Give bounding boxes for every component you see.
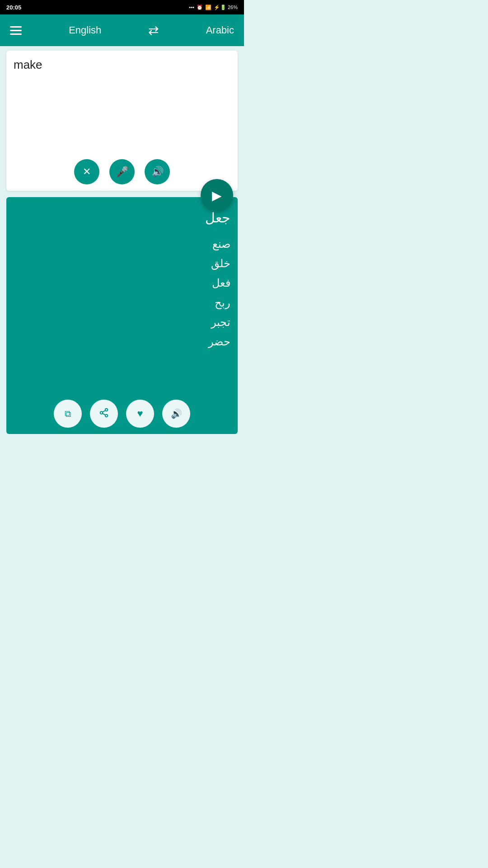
menu-line-3: [10, 33, 22, 35]
share-button[interactable]: [90, 400, 118, 428]
speaker-source-icon: 🔊: [151, 166, 164, 178]
source-language-label[interactable]: English: [69, 24, 101, 36]
svg-line-3: [103, 413, 105, 415]
status-bar: 20:05 ••• ⏰ 📶 ⚡🔋 26%: [0, 0, 244, 14]
swap-languages-button[interactable]: ⇄: [148, 23, 159, 38]
input-buttons-row: ✕ 🎤 🔊: [74, 159, 170, 184]
mic-button[interactable]: 🎤: [109, 159, 135, 184]
status-dots: •••: [189, 5, 194, 10]
alarm-icon: ⏰: [197, 5, 203, 10]
translation-word-6: حضر: [208, 335, 230, 348]
menu-button[interactable]: [10, 26, 22, 35]
clear-button[interactable]: ✕: [74, 159, 99, 184]
copy-icon: ⧉: [65, 409, 71, 419]
sim-icon: 📶: [205, 5, 211, 10]
output-area: جعل صنع خلق فعل ربح تجبر حضر ⧉: [6, 197, 238, 434]
clear-icon: ✕: [83, 166, 91, 178]
translation-word-3: فعل: [212, 277, 230, 289]
main-content: make ✕ 🎤 🔊 ▶ جعل صنع خلق فعل ربح: [0, 46, 244, 434]
translation-word-1: صنع: [212, 238, 230, 250]
translation-word-4: ربح: [215, 297, 230, 309]
battery-icon: ⚡🔋 26%: [214, 5, 238, 10]
copy-button[interactable]: ⧉: [54, 400, 82, 428]
status-time: 20:05: [6, 4, 21, 11]
translation-word-2: خلق: [211, 257, 230, 269]
share-icon: [99, 408, 109, 420]
output-buttons-row: ⧉ ♥ 🔊: [54, 400, 190, 428]
heart-icon: ♥: [137, 408, 143, 420]
source-text-input[interactable]: make: [14, 58, 230, 157]
speaker-translation-icon: 🔊: [171, 408, 182, 419]
speak-translation-button[interactable]: 🔊: [162, 400, 190, 428]
translate-arrow-icon: ▶: [212, 188, 222, 203]
target-language-label[interactable]: Arabic: [206, 24, 234, 36]
speak-source-button[interactable]: 🔊: [145, 159, 170, 184]
menu-line-2: [10, 30, 22, 31]
translated-text: جعل صنع خلق فعل ربح تجبر حضر: [14, 207, 230, 351]
menu-line-1: [10, 26, 22, 28]
translate-button[interactable]: ▶: [201, 179, 233, 212]
svg-line-4: [103, 410, 105, 412]
input-area: make ✕ 🎤 🔊: [6, 51, 238, 191]
translation-word-5: تجبر: [211, 316, 230, 328]
translation-line-2: صنع خلق فعل ربح تجبر حضر: [14, 234, 230, 351]
status-icons: ••• ⏰ 📶 ⚡🔋 26%: [189, 5, 238, 10]
swap-icon: ⇄: [148, 23, 159, 38]
top-bar: English ⇄ Arabic: [0, 14, 244, 46]
translation-line-1: جعل: [14, 207, 230, 229]
favorite-button[interactable]: ♥: [126, 400, 154, 428]
mic-icon: 🎤: [116, 166, 128, 178]
